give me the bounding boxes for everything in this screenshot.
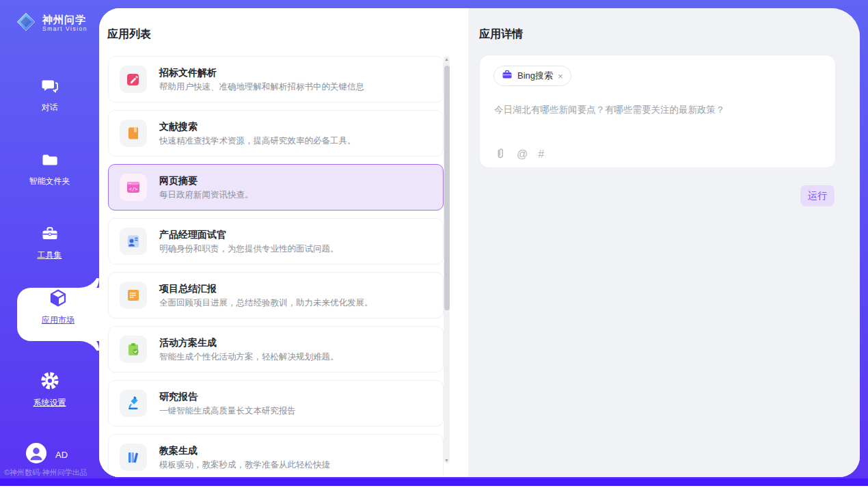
gear-icon [40,370,60,394]
app-card-text: 网页摘要 每日政府新闻资讯快查。 [159,174,254,200]
app-card-desc: 每日政府新闻资讯快查。 [159,189,254,200]
sidebar-item-smart-folder[interactable]: 智能文件夹 [0,150,99,187]
app-detail-title: 应用详情 [479,27,523,42]
tool-tag-label: Bing搜索 [517,70,553,82]
copyright-footer: ©神州数码·神州问学出品 [4,467,87,478]
app-card-title: 网页摘要 [159,174,254,187]
sidebar-item-settings[interactable]: 系统设置 [0,370,99,409]
brand-text: 神州问学 Smart Vision [42,14,87,33]
app-card-webpage-summary[interactable]: </> 网页摘要 每日政府新闻资讯快查。 [108,164,444,211]
app-list-title: 应用列表 [107,27,151,42]
app-card-literature-search[interactable]: 文献搜索 快速精准查找学术资源，提高研究效率的必备工具。 [108,110,444,157]
brand-name: 神州问学 [42,14,87,25]
scroll-down-icon[interactable]: ▼ [444,458,450,463]
app-card-text: 项目总结汇报 全面回顾项目进展，总结经验教训，助力未来优化发展。 [159,282,373,308]
microscope-icon [120,390,147,417]
app-card-text: 产品经理面试官 明确身份和职责，为您提供专业性的面试问题。 [159,228,339,254]
app-card-desc: 快速精准查找学术资源，提高研究效率的必备工具。 [159,135,356,146]
app-card-pm-interviewer[interactable]: 产品经理面试官 明确身份和职责，为您提供专业性的面试问题。 [108,218,444,265]
app-card-desc: 明确身份和职责，为您提供专业性的面试问题。 [159,243,339,254]
user-avatar-icon [26,443,46,466]
app-card-text: 教案生成 模板驱动，教案秒成，教学准备从此轻松快捷 [159,444,330,470]
chat-icon [40,77,59,98]
user-initials: AD [55,450,68,460]
app-card-title: 教案生成 [159,444,330,457]
sidebar: 神州问学 Smart Vision 对话 智能文件夹 [0,0,99,478]
app-card-text: 招标文件解析 帮助用户快速、准确地理解和解析招标书中的关键信息 [159,66,364,92]
book-icon [120,120,147,147]
app-card-desc: 全面回顾项目进展，总结经验教训，助力未来优化发展。 [159,297,373,308]
app-card-title: 项目总结汇报 [159,282,373,295]
app-card-title: 文献搜索 [159,120,356,133]
close-icon[interactable]: × [558,72,563,81]
cube-icon [48,299,68,310]
app-list: 招标文件解析 帮助用户快速、准确地理解和解析招标书中的关键信息 文献搜索 快速精… [108,48,444,477]
webpage-code-icon: </> [120,174,147,201]
briefcase-icon [502,69,513,83]
sidebar-item-label: 对话 [0,102,99,113]
app-card-desc: 帮助用户快速、准确地理解和解析招标书中的关键信息 [159,81,364,92]
run-button[interactable]: 运行 [800,185,835,206]
app-card-desc: 智能生成个性化活动方案，轻松解决规划难题。 [159,351,339,362]
user-account[interactable]: AD [26,443,68,466]
app-card-desc: 一键智能生成高质量长文本研究报告 [159,405,296,416]
brand-logo: 神州问学 Smart Vision [15,11,87,36]
bottom-accent-bar [0,478,868,486]
app-card-desc: 模板驱动，教案秒成，教学准备从此轻松快捷 [159,459,330,470]
clipboard-check-icon [120,336,147,363]
content-area: 应用列表 招标文件解析 帮助用户快速、准确地理解和解析招标书中的关键信息 [99,8,860,477]
app-card-lesson-plan[interactable]: 教案生成 模板驱动，教案秒成，教学准备从此轻松快捷 [108,434,444,477]
app-card-tender-parse[interactable]: 招标文件解析 帮助用户快速、准确地理解和解析招标书中的关键信息 [108,56,444,103]
sidebar-item-label: 应用市场 [17,314,99,326]
app-list-panel: 应用列表 招标文件解析 帮助用户快速、准确地理解和解析招标书中的关键信息 [99,8,468,477]
app-card-title: 活动方案生成 [159,336,339,349]
toolbox-icon [40,224,59,246]
sidebar-item-chat[interactable]: 对话 [0,77,99,113]
sidebar-item-label: 系统设置 [0,397,99,409]
app-card-text: 文献搜索 快速精准查找学术资源，提高研究效率的必备工具。 [159,120,356,146]
sidebar-item-app-market[interactable]: 应用市场 [17,288,99,341]
mention-icon[interactable]: @ [517,149,528,160]
composer-card: Bing搜索 × 今日湖北有哪些新闻要点？有哪些需要关注的最新政策？ @ # [479,55,836,168]
brand-subtitle: Smart Vision [42,25,87,33]
tool-tag-bing-search[interactable]: Bing搜索 × [493,66,571,86]
scroll-up-icon[interactable]: ▲ [444,57,450,62]
brand-diamond-icon [15,11,37,36]
composer-toolbar: @ # [494,147,544,162]
paperclip-icon[interactable] [494,147,506,162]
app-card-title: 研究报告 [159,390,296,403]
query-input[interactable]: 今日湖北有哪些新闻要点？有哪些需要关注的最新政策？ [494,103,822,116]
svg-text:</>: </> [129,187,138,192]
app-card-title: 招标文件解析 [159,66,364,79]
scrollbar-thumb[interactable] [444,66,450,310]
sidebar-item-toolset[interactable]: 工具集 [0,224,99,261]
app-card-event-plan[interactable]: 活动方案生成 智能生成个性化活动方案，轻松解决规划难题。 [108,326,444,372]
app-card-text: 活动方案生成 智能生成个性化活动方案，轻松解决规划难题。 [159,336,339,362]
app-frame: 神州问学 Smart Vision 对话 智能文件夹 [0,0,868,478]
app-card-project-summary[interactable]: 项目总结汇报 全面回顾项目进展，总结经验教训，助力未来优化发展。 [108,272,444,318]
app-list-scrollbar[interactable]: ▲ ▼ [444,56,450,463]
app-card-title: 产品经理面试官 [159,228,339,241]
app-card-text: 研究报告 一键智能生成高质量长文本研究报告 [159,390,296,416]
pen-document-icon [120,66,147,93]
folder-icon [40,150,59,172]
app-card-research-report[interactable]: 研究报告 一键智能生成高质量长文本研究报告 [108,380,444,426]
sidebar-item-label: 工具集 [0,249,99,261]
interviewer-icon [120,228,147,255]
topic-icon[interactable]: # [538,149,544,160]
books-icon [120,444,147,471]
app-detail-panel: 应用详情 Bing搜索 × 今日湖北有哪些新闻要点？有哪些需要关注的最新政策？ [468,8,860,477]
report-note-icon [120,282,147,309]
sidebar-item-label: 智能文件夹 [0,176,99,187]
